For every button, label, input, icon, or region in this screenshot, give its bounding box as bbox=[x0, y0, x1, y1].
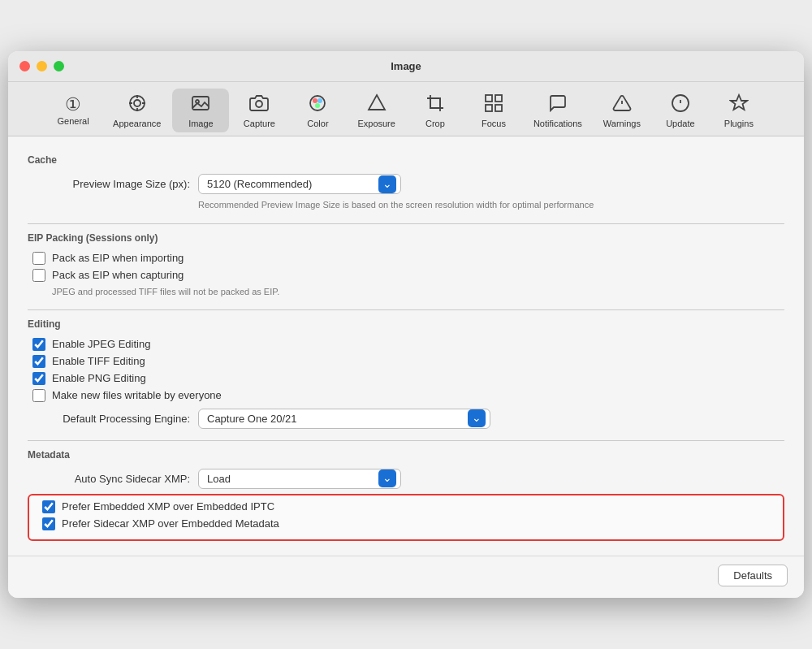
color-icon bbox=[308, 93, 327, 116]
preview-size-label: Preview Image Size (px): bbox=[28, 178, 190, 190]
toolbar-label-image: Image bbox=[188, 119, 214, 128]
svg-rect-17 bbox=[486, 105, 492, 111]
cache-section-header: Cache bbox=[28, 154, 784, 166]
svg-point-8 bbox=[256, 101, 262, 107]
update-icon bbox=[671, 93, 690, 116]
pack-importing-checkbox[interactable] bbox=[32, 252, 45, 265]
toolbar-label-appearance: Appearance bbox=[113, 119, 161, 128]
toolbar-item-general[interactable]: ① General bbox=[45, 91, 102, 130]
plugins-icon bbox=[729, 93, 749, 116]
enable-jpeg-checkbox[interactable] bbox=[32, 338, 45, 351]
svg-point-0 bbox=[134, 100, 140, 106]
toolbar-item-exposure[interactable]: Exposure bbox=[348, 89, 404, 132]
svg-rect-16 bbox=[495, 95, 502, 102]
crop-icon bbox=[425, 93, 445, 116]
toolbar-item-warnings[interactable]: Warnings bbox=[594, 89, 650, 132]
defaults-button[interactable]: Defaults bbox=[718, 565, 788, 586]
eip-section-header: EIP Packing (Sessions only) bbox=[28, 232, 784, 244]
exposure-icon bbox=[367, 93, 387, 116]
editing-divider bbox=[28, 309, 784, 310]
prefer-sidecar-label[interactable]: Prefer Sidecar XMP over Embedded Metadat… bbox=[62, 517, 279, 530]
metadata-section-header: Metadata bbox=[28, 449, 784, 461]
toolbar-label-plugins: Plugins bbox=[724, 119, 754, 128]
preview-size-hint: Recommended Preview Image Size is based … bbox=[198, 199, 669, 211]
pack-capturing-row: Pack as EIP when capturing bbox=[32, 269, 784, 282]
auto-sync-dropdown[interactable]: Load bbox=[198, 469, 401, 489]
make-writable-label[interactable]: Make new files writable by everyone bbox=[52, 389, 222, 401]
toolbar-label-update: Update bbox=[666, 119, 694, 128]
preview-size-dropdown[interactable]: 5120 (Recommended) bbox=[198, 174, 401, 194]
toolbar-label-crop: Crop bbox=[425, 119, 445, 128]
processing-engine-dropdown[interactable]: Capture One 20/21 bbox=[198, 409, 490, 429]
enable-tiff-checkbox[interactable] bbox=[32, 355, 45, 368]
make-writable-checkbox[interactable] bbox=[32, 389, 45, 402]
svg-marker-13 bbox=[369, 95, 385, 110]
prefer-sidecar-row: Prefer Sidecar XMP over Embedded Metadat… bbox=[42, 517, 775, 530]
svg-rect-15 bbox=[486, 95, 492, 102]
eip-divider bbox=[28, 223, 784, 224]
image-icon bbox=[191, 93, 210, 116]
toolbar-item-color[interactable]: Color bbox=[289, 89, 346, 132]
window-title: Image bbox=[391, 60, 421, 72]
toolbar-item-capture[interactable]: Capture bbox=[231, 89, 287, 132]
general-icon: ① bbox=[65, 96, 81, 114]
pack-capturing-label[interactable]: Pack as EIP when capturing bbox=[52, 269, 184, 281]
warnings-icon bbox=[612, 93, 632, 116]
enable-png-row: Enable PNG Editing bbox=[32, 372, 784, 385]
enable-tiff-label[interactable]: Enable TIFF Editing bbox=[52, 355, 145, 367]
enable-png-checkbox[interactable] bbox=[32, 372, 45, 385]
auto-sync-row: Auto Sync Sidecar XMP: Load bbox=[28, 469, 784, 489]
toolbar-item-crop[interactable]: Crop bbox=[407, 89, 464, 132]
toolbar-label-exposure: Exposure bbox=[357, 119, 395, 128]
appearance-icon bbox=[127, 93, 147, 116]
svg-point-10 bbox=[313, 98, 317, 103]
preview-size-dropdown-wrap: 5120 (Recommended) bbox=[198, 174, 401, 194]
toolbar-label-capture: Capture bbox=[244, 119, 275, 128]
processing-engine-dropdown-wrap: Capture One 20/21 bbox=[198, 409, 490, 429]
titlebar: Image bbox=[8, 51, 804, 82]
enable-png-label[interactable]: Enable PNG Editing bbox=[52, 372, 146, 384]
preview-size-row: Preview Image Size (px): 5120 (Recommend… bbox=[28, 174, 784, 194]
toolbar-label-general: General bbox=[58, 116, 89, 126]
svg-point-12 bbox=[315, 103, 320, 108]
minimize-button[interactable] bbox=[37, 61, 47, 71]
metadata-divider bbox=[28, 440, 784, 441]
prefer-embedded-xmp-row: Prefer Embedded XMP over Embedded IPTC bbox=[42, 500, 775, 513]
traffic-lights bbox=[19, 61, 64, 71]
toolbar-item-focus[interactable]: Focus bbox=[465, 89, 522, 132]
pack-importing-row: Pack as EIP when importing bbox=[32, 252, 784, 265]
prefer-embedded-xmp-checkbox[interactable] bbox=[42, 500, 55, 513]
prefer-embedded-xmp-label[interactable]: Prefer Embedded XMP over Embedded IPTC bbox=[62, 500, 274, 513]
toolbar-item-appearance[interactable]: Appearance bbox=[103, 89, 171, 132]
pack-capturing-checkbox[interactable] bbox=[32, 269, 45, 282]
notifications-icon bbox=[548, 93, 568, 116]
processing-engine-row: Default Processing Engine: Capture One 2… bbox=[28, 409, 784, 429]
focus-icon bbox=[484, 93, 503, 116]
enable-tiff-row: Enable TIFF Editing bbox=[32, 355, 784, 368]
prefer-sidecar-checkbox[interactable] bbox=[42, 517, 55, 530]
toolbar-label-notifications: Notifications bbox=[533, 119, 582, 128]
toolbar-item-notifications[interactable]: Notifications bbox=[524, 89, 592, 132]
toolbar: ① General Appearance bbox=[8, 82, 804, 136]
toolbar-item-image[interactable]: Image bbox=[172, 89, 229, 132]
processing-engine-label: Default Processing Engine: bbox=[28, 413, 190, 425]
bottom-bar: Defaults bbox=[8, 556, 804, 598]
toolbar-item-update[interactable]: Update bbox=[652, 89, 709, 132]
enable-jpeg-label[interactable]: Enable JPEG Editing bbox=[52, 338, 150, 350]
toolbar-label-color: Color bbox=[307, 119, 328, 128]
make-writable-row: Make new files writable by everyone bbox=[32, 389, 784, 402]
enable-jpeg-row: Enable JPEG Editing bbox=[32, 338, 784, 351]
toolbar-label-warnings: Warnings bbox=[603, 119, 641, 128]
pack-importing-label[interactable]: Pack as EIP when importing bbox=[52, 252, 184, 264]
maximize-button[interactable] bbox=[54, 61, 64, 71]
auto-sync-label: Auto Sync Sidecar XMP: bbox=[28, 473, 190, 485]
toolbar-item-plugins[interactable]: Plugins bbox=[710, 89, 767, 132]
close-button[interactable] bbox=[19, 61, 30, 71]
main-window: Image ① General Appearance bbox=[8, 51, 804, 598]
capture-icon bbox=[249, 93, 269, 116]
toolbar-label-focus: Focus bbox=[482, 119, 506, 128]
svg-rect-14 bbox=[430, 98, 440, 108]
svg-rect-18 bbox=[495, 105, 502, 111]
editing-section-header: Editing bbox=[28, 318, 784, 330]
metadata-highlight-box: Prefer Embedded XMP over Embedded IPTC P… bbox=[28, 494, 784, 541]
